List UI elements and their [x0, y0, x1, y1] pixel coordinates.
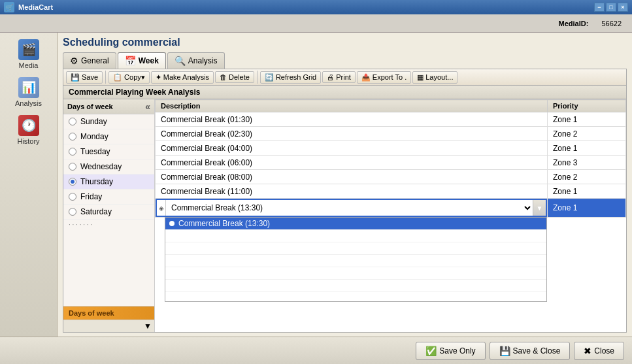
tab-analysis[interactable]: 🔍 Analysis	[167, 52, 225, 69]
day-sunday[interactable]: Sunday	[63, 114, 154, 129]
delete-icon: 🗑	[220, 73, 227, 81]
table-area: Description Priority Commercial Break (0…	[155, 99, 626, 332]
row-description: Commercial Break (04:00)	[156, 141, 548, 156]
save-only-button[interactable]: ✅ Save Only	[416, 342, 485, 360]
radio-saturday[interactable]	[69, 208, 76, 216]
radio-friday[interactable]	[69, 193, 76, 201]
table-row[interactable]: Commercial Break (06:00) Zone 3	[156, 156, 626, 170]
save-label: Save	[82, 73, 98, 81]
app-icon: 🛒	[4, 2, 14, 12]
refresh-label: Refresh Grid	[276, 73, 316, 81]
table-row[interactable]: Commercial Break (04:00) Zone 1	[156, 141, 626, 156]
title-bar: 🛒 MediaCart − □ ×	[0, 0, 632, 14]
history-icon: 🕐	[18, 115, 39, 136]
days-footer: Days of week ▼	[63, 306, 154, 332]
layout-button[interactable]: ▦ Layout...	[412, 71, 457, 84]
table-row[interactable]: Commercial Break (08:00) Zone 2	[156, 170, 626, 184]
dropdown-list-item[interactable]: Commercial Break (13:30)	[165, 218, 546, 230]
row-priority: Zone 1	[548, 141, 626, 156]
toolbar-sep-2	[257, 71, 258, 84]
header-priority: Priority	[548, 100, 626, 112]
save-only-label: Save Only	[439, 346, 475, 356]
dropdown-list-item[interactable]: Commercial Break (15:00)	[165, 255, 546, 267]
close-window-button[interactable]: ×	[618, 3, 628, 12]
week-tab-icon: 📅	[125, 56, 136, 66]
day-friday-label: Friday	[80, 192, 102, 201]
day-saturday-label: Saturday	[80, 207, 112, 216]
table-row[interactable]: Commercial Break (01:30) Zone 1	[156, 112, 626, 127]
tab-general[interactable]: ⚙ General	[63, 52, 116, 69]
row-description: Commercial Break (11:00)	[156, 184, 548, 199]
day-wednesday[interactable]: Wednesday	[63, 159, 154, 174]
section-title: Commercial Playing Week Analysis	[63, 86, 627, 99]
save-button[interactable]: 💾 Save	[66, 71, 103, 84]
analysis-icon: 📊	[18, 77, 39, 98]
day-tuesday[interactable]: Tuesday	[63, 144, 154, 159]
tab-bar: ⚙ General 📅 Week 🔍 Analysis	[63, 52, 627, 69]
day-friday[interactable]: Friday	[63, 190, 154, 205]
days-footer-arrow[interactable]: ▼	[63, 320, 154, 332]
days-header-label: Days of week	[67, 103, 113, 110]
sidebar-item-history[interactable]: 🕐 History	[3, 112, 55, 148]
radio-monday[interactable]	[69, 133, 76, 141]
dropdown-list: Commercial Break (13:30) Commercial Brea…	[165, 217, 547, 302]
toolbar: 💾 Save 📋 Copy▾ ✦ Make Analysis 🗑 Delete …	[63, 69, 627, 86]
day-thursday-label: Thursday	[80, 177, 113, 186]
commercial-table: Description Priority Commercial Break (0…	[155, 99, 626, 218]
day-monday[interactable]: Monday	[63, 129, 154, 144]
sidebar-item-media[interactable]: 🎬 Media	[3, 37, 55, 72]
delete-button[interactable]: 🗑 Delete	[215, 71, 254, 83]
sidebar-item-analysis[interactable]: 📊 Analysis	[3, 74, 55, 110]
days-footer-label: Days of week	[63, 306, 154, 320]
maximize-button[interactable]: □	[606, 3, 616, 12]
general-tab-icon: ⚙	[70, 56, 78, 66]
dropdown-list-item[interactable]: Commercial Break (15:30)	[165, 267, 546, 280]
refresh-icon: 🔄	[265, 73, 274, 82]
analysis-tab-icon: 🔍	[175, 56, 186, 66]
minimize-button[interactable]: −	[594, 3, 605, 12]
copy-button[interactable]: 📋 Copy▾	[108, 71, 150, 84]
table-row[interactable]: Commercial Break (11:00) Zone 1	[156, 184, 626, 199]
print-label: Print	[336, 73, 351, 81]
days-collapse-button[interactable]: «	[145, 101, 150, 112]
dots-row: · · · · · · ·	[63, 220, 154, 229]
window-controls[interactable]: − □ ×	[594, 3, 628, 12]
make-analysis-icon: ✦	[156, 73, 161, 82]
refresh-grid-button[interactable]: 🔄 Refresh Grid	[260, 71, 321, 84]
radio-sunday[interactable]	[69, 118, 76, 125]
sidebar-history-label: History	[17, 137, 39, 145]
tab-week[interactable]: 📅 Week	[118, 52, 166, 69]
dd-item-label: Commercial Break (13:30)	[178, 219, 270, 228]
export-to-button[interactable]: 📤 Export To .	[357, 71, 411, 84]
dropdown-list-item[interactable]: Commercial Break (14:00)	[165, 230, 546, 242]
export-label: Export To .	[373, 73, 407, 81]
selected-cell-description: ◈ Commercial Break (13:30) ▼ C	[156, 199, 548, 218]
dropdown-arrow[interactable]: ▼	[533, 200, 546, 216]
days-panel: Days of week « Sunday Monday Tuesday	[63, 99, 155, 332]
table-row[interactable]: Commercial Break (02:30) Zone 2	[156, 127, 626, 141]
dropdown-list-item[interactable]: Commercial Break (16:00)	[165, 280, 546, 292]
selected-row[interactable]: ◈ Commercial Break (13:30) ▼ C	[156, 199, 626, 218]
row-priority: Zone 2	[548, 127, 626, 141]
close-button[interactable]: ✖ Close	[574, 342, 624, 360]
dropdown-select[interactable]: Commercial Break (13:30)	[166, 201, 533, 214]
dropdown-list-item[interactable]: Commercial Break (16:30)	[165, 292, 546, 302]
day-thursday[interactable]: Thursday	[63, 174, 154, 190]
sidebar-media-label: Media	[19, 61, 39, 69]
row-description: Commercial Break (08:00)	[156, 170, 548, 184]
radio-thursday[interactable]	[69, 178, 76, 186]
radio-tuesday[interactable]	[69, 148, 76, 156]
radio-wednesday[interactable]	[69, 163, 76, 171]
media-id-label: MediaID:	[559, 20, 589, 27]
media-icon: 🎬	[18, 39, 39, 60]
dropdown-marker: ◈	[157, 200, 166, 216]
dropdown-list-item[interactable]: Commercial Break (14:30)	[165, 242, 546, 255]
close-icon: ✖	[584, 346, 591, 356]
day-saturday[interactable]: Saturday	[63, 205, 154, 220]
row-priority: Zone 1	[548, 112, 626, 127]
print-button[interactable]: 🖨 Print	[322, 71, 356, 83]
save-icon: 💾	[71, 73, 80, 82]
make-analysis-button[interactable]: ✦ Make Analysis	[151, 71, 214, 84]
save-close-button[interactable]: 💾 Save & Close	[490, 342, 571, 360]
bullet	[169, 295, 175, 301]
